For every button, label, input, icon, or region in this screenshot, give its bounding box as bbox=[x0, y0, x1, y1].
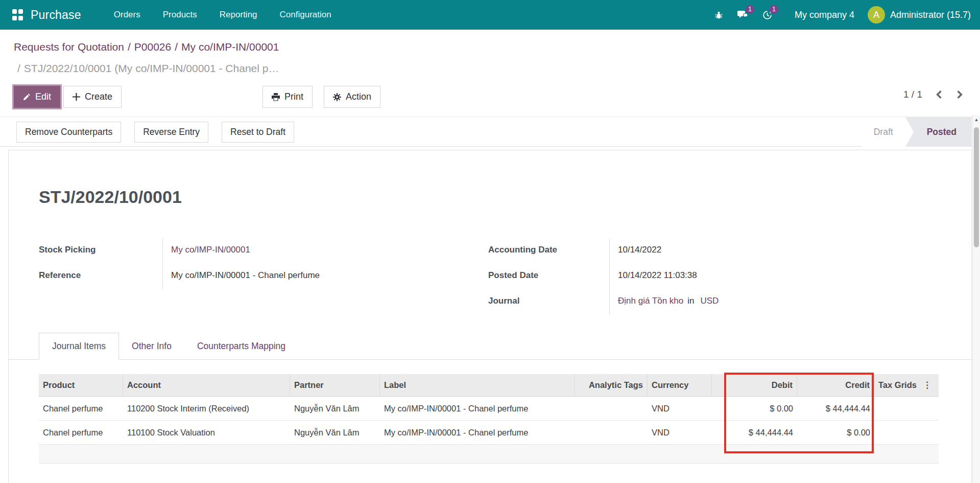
table-header-row: Product Account Partner Label Analytic T… bbox=[39, 374, 939, 397]
cell-debit: $ 44,444.44 bbox=[725, 428, 797, 438]
app-name[interactable]: Purchase bbox=[31, 8, 81, 22]
column-header-analytic-tags[interactable]: Analytic Tags bbox=[575, 374, 648, 396]
field-label: Journal bbox=[488, 289, 609, 315]
accounting-date-value: 10/14/2022 bbox=[618, 245, 661, 255]
breadcrumb-current: /STJ/2022/10/0001 (My co/IMP-IN/00001 - … bbox=[14, 62, 279, 75]
reference-value: My co/IMP-IN/00001 - Chanel perfume bbox=[171, 270, 320, 280]
cell-account: 110100 Stock Valuation bbox=[123, 428, 290, 438]
reverse-entry-button[interactable]: Reverse Entry bbox=[134, 122, 208, 143]
cell-account: 110200 Stock Interim (Received) bbox=[123, 404, 290, 413]
field-journal: Journal Định giá Tồn khoinUSD bbox=[488, 289, 846, 315]
scrollbar-thumb[interactable] bbox=[974, 127, 979, 247]
remove-counterparts-button[interactable]: Remove Counterparts bbox=[16, 122, 121, 143]
status-posted-label: Posted bbox=[927, 127, 957, 137]
journal-infix: in bbox=[683, 296, 700, 306]
reset-to-draft-button[interactable]: Reset to Draft bbox=[222, 122, 294, 143]
pager-previous-icon[interactable] bbox=[936, 90, 943, 99]
statusbar: Remove Counterparts Reverse Entry Reset … bbox=[0, 117, 980, 147]
menu-orders[interactable]: Orders bbox=[103, 0, 152, 30]
column-options-icon[interactable]: ⋮ bbox=[923, 380, 931, 390]
user-menu[interactable]: A Administrator (15.7) bbox=[868, 6, 971, 24]
user-name: Administrator (15.7) bbox=[890, 10, 971, 20]
column-header-currency[interactable]: Currency bbox=[648, 374, 712, 396]
table-row[interactable]: Chanel perfume 110200 Stock Interim (Rec… bbox=[39, 397, 939, 421]
control-panel: Edit Create Print Action 1 / 1 bbox=[0, 86, 980, 110]
breadcrumb-link-p00026[interactable]: P00026 bbox=[134, 41, 171, 53]
pencil-icon bbox=[23, 93, 31, 101]
notebook-tabs: Journal Items Other Info Counterparts Ma… bbox=[9, 333, 971, 360]
field-label: Accounting Date bbox=[488, 238, 609, 264]
tab-journal-items[interactable]: Journal Items bbox=[39, 333, 119, 360]
field-label: Reference bbox=[39, 264, 162, 289]
record-title: STJ/2022/10/0001 bbox=[39, 187, 182, 207]
print-button[interactable]: Print bbox=[262, 86, 313, 108]
print-button-label: Print bbox=[284, 91, 303, 102]
breadcrumb-link-picking[interactable]: My co/IMP-IN/00001 bbox=[181, 41, 279, 53]
cell-currency: VND bbox=[648, 428, 712, 438]
column-header-spacer bbox=[712, 374, 725, 396]
table-row[interactable]: Chanel perfume 110100 Stock Valuation Ng… bbox=[39, 421, 939, 445]
field-reference: Reference My co/IMP-IN/00001 - Chanel pe… bbox=[39, 264, 366, 289]
edit-button-label: Edit bbox=[35, 91, 51, 102]
apps-grid-icon[interactable] bbox=[12, 9, 23, 20]
nav-menus: Orders Products Reporting Configuration bbox=[103, 0, 343, 30]
bug-icon bbox=[714, 10, 723, 20]
column-header-account[interactable]: Account bbox=[123, 374, 290, 396]
navbar-right: 1 1 My company 4 A Administrator (15.7) bbox=[707, 6, 971, 24]
messages-button[interactable]: 1 bbox=[730, 10, 755, 20]
action-button-label: Action bbox=[346, 91, 371, 102]
breadcrumb: Requests for Quotation/P00026/My co/IMP-… bbox=[14, 41, 279, 53]
top-navbar: Purchase Orders Products Reporting Confi… bbox=[0, 0, 980, 30]
create-button[interactable]: Create bbox=[63, 86, 122, 108]
table-empty-row bbox=[39, 445, 939, 464]
breadcrumb-current-label: STJ/2022/10/0001 (My co/IMP-IN/00001 - C… bbox=[24, 62, 279, 74]
field-group-left: Stock Picking My co/IMP-IN/00001 Referen… bbox=[39, 238, 366, 289]
activities-button[interactable]: 1 bbox=[755, 10, 779, 20]
cell-label: My co/IMP-IN/00001 - Chanel perfume bbox=[380, 428, 575, 438]
menu-products[interactable]: Products bbox=[152, 0, 208, 30]
tab-counterparts-mapping[interactable]: Counterparts Mapping bbox=[184, 333, 298, 359]
cell-label: My co/IMP-IN/00001 - Chanel perfume bbox=[380, 404, 575, 413]
column-header-debit[interactable]: Debit bbox=[725, 374, 797, 396]
pager: 1 / 1 bbox=[903, 89, 963, 100]
breadcrumb-separator: / bbox=[124, 41, 134, 53]
stock-picking-link[interactable]: My co/IMP-IN/00001 bbox=[171, 245, 250, 255]
plus-icon bbox=[73, 93, 80, 101]
company-switcher[interactable]: My company 4 bbox=[795, 10, 854, 20]
column-header-credit[interactable]: Credit bbox=[797, 374, 874, 396]
status-state-draft[interactable]: Draft bbox=[862, 117, 905, 147]
action-button[interactable]: Action bbox=[324, 86, 380, 108]
statusbar-buttons: Remove Counterparts Reverse Entry Reset … bbox=[16, 122, 294, 143]
scrollbar-up-arrow[interactable]: ▲ bbox=[973, 117, 980, 122]
status-state-posted[interactable]: Posted bbox=[905, 117, 972, 147]
column-header-partner[interactable]: Partner bbox=[290, 374, 380, 396]
menu-reporting[interactable]: Reporting bbox=[208, 0, 269, 30]
activities-count-badge: 1 bbox=[770, 5, 778, 14]
tax-grids-label: Tax Grids bbox=[878, 380, 917, 390]
journal-items-table: Product Account Partner Label Analytic T… bbox=[39, 374, 939, 464]
create-button-label: Create bbox=[85, 91, 112, 102]
status-widget: Draft Posted bbox=[862, 117, 972, 147]
field-accounting-date: Accounting Date 10/14/2022 bbox=[488, 238, 846, 264]
journal-currency-link[interactable]: USD bbox=[700, 296, 719, 306]
cell-debit: $ 0.00 bbox=[725, 404, 797, 413]
breadcrumb-link-requests[interactable]: Requests for Quotation bbox=[14, 41, 124, 53]
column-header-label[interactable]: Label bbox=[380, 374, 575, 396]
field-label: Stock Picking bbox=[39, 238, 162, 264]
field-group-right: Accounting Date 10/14/2022 Posted Date 1… bbox=[488, 238, 846, 315]
cell-credit: $ 0.00 bbox=[797, 428, 874, 438]
menu-configuration[interactable]: Configuration bbox=[269, 0, 343, 30]
column-header-tax-grids[interactable]: Tax Grids ⋮ bbox=[874, 374, 939, 396]
pager-count: 1 / 1 bbox=[903, 89, 922, 100]
column-header-product[interactable]: Product bbox=[39, 374, 123, 396]
debug-button[interactable] bbox=[707, 10, 730, 20]
cell-partner: Nguyễn Văn Lâm bbox=[290, 428, 380, 438]
tab-other-info[interactable]: Other Info bbox=[119, 333, 184, 359]
messages-count-badge: 1 bbox=[746, 5, 754, 14]
pager-next-icon[interactable] bbox=[956, 90, 963, 99]
journal-link[interactable]: Định giá Tồn kho bbox=[618, 296, 683, 306]
vertical-scrollbar[interactable]: ▲ bbox=[972, 115, 980, 483]
edit-button[interactable]: Edit bbox=[14, 86, 60, 108]
cell-product: Chanel perfume bbox=[39, 404, 123, 413]
breadcrumb-separator: / bbox=[171, 41, 181, 53]
